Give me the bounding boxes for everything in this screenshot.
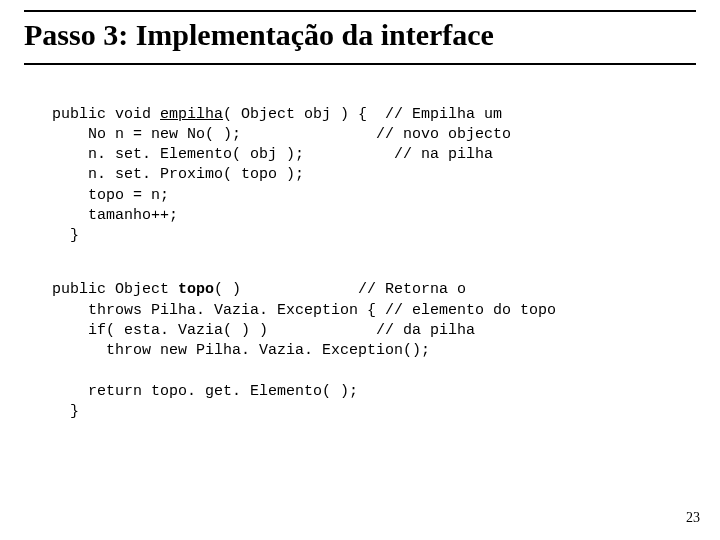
code-block-empilha: public void empilha( Object obj ) { // E… xyxy=(52,105,696,247)
code-line: throw new Pilha. Vazia. Exception(); xyxy=(52,342,430,359)
code-line: topo = n; xyxy=(52,187,169,204)
code-line: n. set. Elemento( obj ); // na pilha xyxy=(52,146,493,163)
code-line: No n = new No( ); // novo objecto xyxy=(52,126,511,143)
slide: Passo 3: Implementação da interface publ… xyxy=(0,0,720,540)
code-line: } xyxy=(52,227,79,244)
method-name-empilha: empilha xyxy=(160,106,223,123)
code-line: public Object topo( ) // Retorna o xyxy=(52,281,466,298)
page-number: 23 xyxy=(686,510,700,526)
code-line: if( esta. Vazia( ) ) // da pilha xyxy=(52,322,475,339)
code-text: ( ) // Retorna o xyxy=(214,281,466,298)
code-text: public Object xyxy=(52,281,178,298)
code-line: } xyxy=(52,403,79,420)
title-rule-box: Passo 3: Implementação da interface xyxy=(24,10,696,65)
slide-title: Passo 3: Implementação da interface xyxy=(24,18,696,53)
code-line: throws Pilha. Vazia. Exception { // elem… xyxy=(52,302,556,319)
code-text: public void xyxy=(52,106,160,123)
code-line: tamanho++; xyxy=(52,207,178,224)
code-text: ( Object obj ) { // Empilha um xyxy=(223,106,502,123)
method-name-topo: topo xyxy=(178,281,214,298)
code-line: n. set. Proximo( topo ); xyxy=(52,166,304,183)
code-line: public void empilha( Object obj ) { // E… xyxy=(52,106,502,123)
code-block-topo: public Object topo( ) // Retorna o throw… xyxy=(52,280,696,422)
code-line: return topo. get. Elemento( ); xyxy=(52,383,358,400)
